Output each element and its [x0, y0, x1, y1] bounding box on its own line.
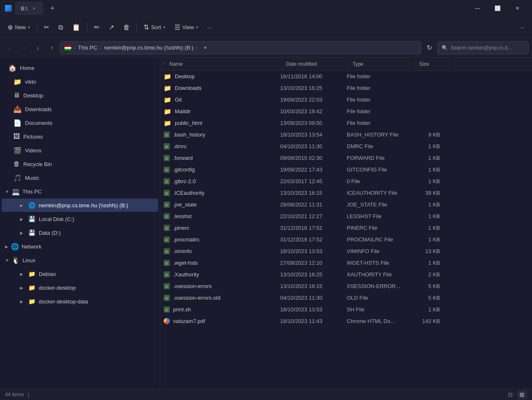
sidebar-item-home[interactable]: 🏠 Home	[2, 61, 158, 75]
table-row[interactable]: ▤ .gtkrc-2.0 22/03/2017 12:45 0 File 1 K…	[160, 176, 532, 187]
table-row[interactable]: ▤ .joe_state 28/08/2022 11:31 JOE_STATE …	[160, 199, 532, 211]
table-row[interactable]: ▤ .bash_history 18/10/2023 13:54 BASH_HI…	[160, 129, 532, 141]
sidebar-network-header[interactable]: ▶ 🌐 Network	[2, 240, 158, 253]
sidebar-item-documents[interactable]: 📄 Documents 📌	[2, 116, 158, 129]
table-row[interactable]: 📁 Maildir 10/03/2023 19:42 File folder	[160, 106, 532, 117]
table-row[interactable]: ▤ .procmailrc 31/12/2018 17:52 PROCMAILR…	[160, 234, 532, 246]
file-date-cell: 13/10/2023 16:25	[277, 82, 343, 94]
up-button[interactable]: ↑	[46, 42, 58, 54]
sidebar-item-vikto[interactable]: 📁 vikto 📌	[2, 75, 158, 88]
new-tab-button[interactable]: +	[47, 2, 58, 14]
cut-icon: ✂	[44, 23, 49, 31]
table-row[interactable]: ▤ .gitconfig 19/09/2022 17:43 GITCONFIG …	[160, 164, 532, 176]
close-window-button[interactable]: ✕	[508, 2, 527, 15]
refresh-button[interactable]: ↻	[423, 42, 435, 54]
file-size-cell: 1 KB	[410, 304, 443, 315]
close-tab-button[interactable]: ×	[31, 5, 37, 12]
location-flag-icon	[65, 45, 71, 50]
sidebar-item-recycle-bin[interactable]: 🗑 Recycle Bin 📌	[2, 157, 158, 171]
file-date-cell: 22/10/2021 12:27	[277, 211, 343, 222]
table-row[interactable]: ▤ .lesshst 22/10/2021 12:27 LESSHST File…	[160, 211, 532, 222]
table-row[interactable]: ▤ .ICEauthority 13/10/2023 16:15 ICEAUTH…	[160, 187, 532, 199]
data-d-chevron: ▶	[20, 231, 25, 235]
sidebar-item-docker-desktop-data[interactable]: ▶ 📁 docker-desktop-data	[2, 295, 158, 308]
recent-locations-button[interactable]: ↓	[32, 42, 44, 54]
path-nemkin[interactable]: nemkin@pnp.cs.bme.hu (\\sshfs) (B:)	[104, 45, 194, 51]
path-this-pc[interactable]: This PC	[78, 45, 97, 51]
file-name-cell: 📁 Desktop	[160, 71, 277, 82]
sidebar-item-downloads[interactable]: 📥 Downloads 📌	[2, 102, 158, 116]
list-view-button[interactable]: ⊞	[517, 390, 527, 399]
debian-icon: 📁	[28, 271, 35, 277]
sidebar-linux-header[interactable]: ▼ 🐧 Linux	[2, 253, 158, 267]
active-tab[interactable]: B:\ ×	[15, 2, 43, 15]
sidebar-item-nemkin[interactable]: ▶ 🌐 nemkin@pnp.cs.bme.hu (\\sshfs) (B:)	[2, 199, 158, 212]
sidebar-item-data-d[interactable]: ▶ 💾 Data (D:)	[2, 226, 158, 239]
forward-button[interactable]: →	[17, 42, 30, 54]
file-date-cell: 10/03/2023 19:42	[277, 106, 343, 117]
view-button[interactable]: ☰ View ▾	[170, 20, 202, 35]
delete-button[interactable]: 🗑	[119, 20, 134, 35]
new-button[interactable]: ⊕ New ▾	[3, 20, 34, 35]
table-row[interactable]: ▤ print.sh 18/10/2023 13:53 SH File 1 KB	[160, 304, 532, 316]
table-row[interactable]: ▤ .pinerc 31/12/2018 17:52 PINERC File 1…	[160, 222, 532, 234]
table-row[interactable]: ▤ .xsession-errors 13/10/2023 16:15 XSES…	[160, 281, 532, 292]
file-name: .gitconfig	[173, 166, 195, 173]
rename-button[interactable]: ✏	[90, 20, 104, 35]
address-path[interactable]: › This PC › nemkin@pnp.cs.bme.hu (\\sshf…	[60, 41, 421, 55]
sort-collapse-arrow[interactable]: ↑	[160, 62, 166, 66]
paste-button[interactable]: 📋	[68, 20, 85, 35]
docker-desktop-icon: 📁	[28, 284, 35, 291]
col-header-type[interactable]: Type	[349, 57, 416, 70]
sidebar-item-docker-desktop[interactable]: ▶ 📁 docker-desktop	[2, 281, 158, 294]
new-dropdown-arrow: ▾	[28, 25, 30, 30]
table-row[interactable]: ▤ .wget-hsts 27/09/2023 12:10 WGET-HSTS …	[160, 257, 532, 269]
table-row[interactable]: 📁 public_html 13/09/2023 09:50 File fold…	[160, 117, 532, 129]
table-row[interactable]: ▤ .dmrc 04/10/2023 11:30 DMRC File 1 KB	[160, 141, 532, 152]
sidebar-item-debian[interactable]: ▶ 📁 Debian	[2, 267, 158, 281]
table-row[interactable]: ▤ .viminfo 18/10/2023 13:53 VIMINFO File…	[160, 246, 532, 257]
path-dropdown-button[interactable]: ▾	[200, 41, 210, 55]
back-button[interactable]: ←	[3, 42, 16, 54]
sidebar-this-pc-header[interactable]: ▼ 💻 This PC	[2, 185, 158, 198]
file-date-cell: 28/08/2022 11:31	[277, 199, 343, 210]
sidebar-this-pc-children: ▶ 🌐 nemkin@pnp.cs.bme.hu (\\sshfs) (B:) …	[0, 199, 160, 239]
cut-button[interactable]: ✂	[40, 20, 53, 35]
table-row[interactable]: 📁 Git 19/09/2023 22:03 File folder	[160, 94, 532, 106]
col-header-name[interactable]: Name	[166, 57, 283, 70]
sidebar-item-desktop[interactable]: 🖥 Desktop 📌	[2, 89, 158, 102]
details-view-button[interactable]: ⊟	[505, 390, 515, 399]
table-row[interactable]: 📁 Downloads 13/10/2023 16:25 File folder	[160, 82, 532, 94]
file-name-cell: 📁 Maildir	[160, 106, 277, 117]
copy-button[interactable]: ⧉	[54, 20, 67, 35]
view-label: View	[182, 24, 194, 30]
table-row[interactable]: ▤ .Xauthority 13/10/2023 16:25 XAUTHORIT…	[160, 269, 532, 281]
table-row[interactable]: valszam7.pdf 18/10/2023 11:43 Chrome HTM…	[160, 316, 532, 327]
sidebar-item-videos[interactable]: 🎬 Videos 📌	[2, 144, 158, 157]
file-icon: ▤	[164, 306, 170, 313]
col-header-size[interactable]: Size	[416, 57, 449, 70]
search-box[interactable]: 🔍 Search nemkin@pnp.cs.b...	[437, 41, 529, 55]
col-size-label: Size	[419, 61, 429, 67]
maximize-button[interactable]: ⬜	[488, 2, 507, 15]
table-row[interactable]: ▤ .xsession-errors.old 04/10/2023 11:30 …	[160, 292, 532, 304]
col-date-label: Date modified	[286, 61, 317, 67]
more-options-button[interactable]: ···	[203, 20, 216, 35]
sidebar-item-local-c[interactable]: ▶ 💾 Local Disk (C:)	[2, 212, 158, 226]
table-row[interactable]: ▤ .forward 09/09/2015 02:30 FORWARD File…	[160, 152, 532, 164]
file-size-cell: 1 KB	[410, 234, 443, 245]
sort-button[interactable]: ⇅ Sort ▾	[139, 20, 169, 35]
file-name: .ICEauthority	[173, 190, 204, 196]
share-button[interactable]: ↗	[104, 20, 118, 35]
file-name-cell: ▤ .ICEauthority	[160, 187, 277, 199]
col-header-date[interactable]: Date modified	[283, 57, 349, 70]
sidebar-item-music[interactable]: 🎵 Music 📌	[2, 171, 158, 184]
file-name: Maildir	[175, 108, 191, 114]
file-name-cell: ▤ .forward	[160, 152, 277, 164]
minimize-button[interactable]: —	[468, 2, 487, 15]
sidebar-item-pictures[interactable]: 🖼 Pictures 📌	[2, 130, 158, 143]
file-name: .bash_history	[173, 132, 205, 138]
desktop-icon: 🖥	[13, 92, 20, 99]
overflow-menu-button[interactable]: ···	[516, 20, 529, 35]
table-row[interactable]: 📁 Desktop 16/11/2016 14:00 File folder	[160, 71, 532, 82]
